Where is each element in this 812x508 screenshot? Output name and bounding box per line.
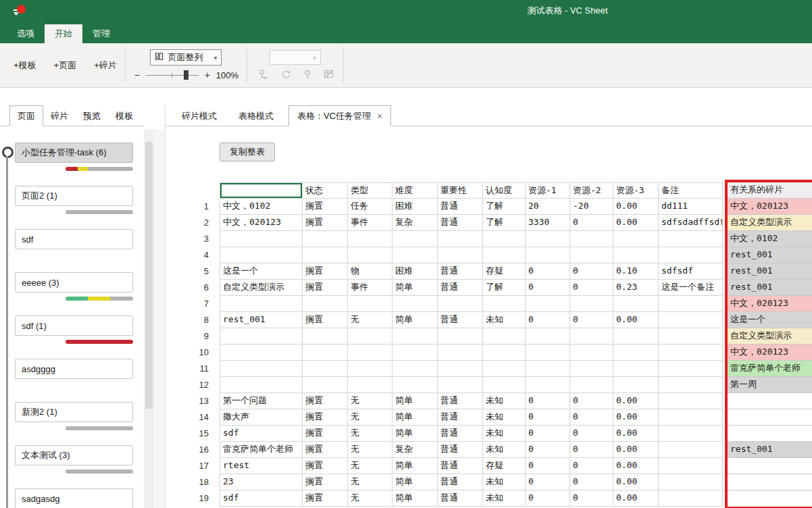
table-cell[interactable] (438, 345, 483, 361)
table-cell[interactable]: 搁置 (303, 280, 348, 296)
table-cell[interactable] (392, 345, 438, 361)
table-cell[interactable]: 这是一个备注 (659, 280, 723, 296)
table-cell[interactable]: 0 (570, 409, 613, 426)
ribbon-tab-manage[interactable]: 管理 (82, 24, 120, 43)
column-header[interactable]: 资源-3 (613, 182, 659, 199)
secondary-dropdown[interactable]: ▾ (270, 50, 321, 65)
table-cell[interactable] (659, 296, 723, 312)
sidebar-item[interactable]: asdgggg (15, 359, 133, 379)
related-cell[interactable]: rest_001 (728, 442, 812, 458)
tab-vc-task-table[interactable]: 表格：VC任务管理 × (288, 105, 391, 126)
column-header[interactable]: 资源-2 (570, 182, 613, 199)
table-cell[interactable]: 23 (220, 474, 303, 490)
row-number[interactable]: 6 (189, 280, 220, 296)
table-cell[interactable] (659, 247, 723, 263)
table-cell[interactable]: 0 (526, 458, 570, 474)
zoom-out-button[interactable]: − (134, 70, 141, 80)
table-cell[interactable]: 0 (526, 263, 570, 280)
table-cell[interactable] (438, 247, 483, 263)
table-cell[interactable]: rtest (220, 458, 303, 474)
table-cell[interactable]: 简单 (392, 280, 438, 296)
table-cell[interactable]: 未知 (483, 393, 526, 409)
table-cell[interactable] (570, 231, 613, 247)
table-cell[interactable] (526, 328, 570, 345)
table-cell[interactable] (659, 345, 723, 361)
table-cell[interactable] (303, 328, 348, 345)
table-cell[interactable]: 0.00 (613, 199, 659, 215)
table-cell[interactable]: 0.00 (613, 312, 659, 328)
row-number[interactable]: 5 (189, 263, 220, 280)
table-cell[interactable] (348, 361, 392, 377)
table-cell[interactable]: sdf (220, 490, 303, 507)
table-cell[interactable] (570, 247, 613, 263)
add-page-button[interactable]: +页面 (54, 59, 77, 72)
link-flow-icon[interactable] (258, 68, 270, 80)
table-cell[interactable] (303, 296, 348, 312)
table-cell[interactable] (659, 231, 723, 247)
table-cell[interactable] (392, 231, 438, 247)
table-cell[interactable]: 搁置 (303, 199, 348, 215)
layout-dropdown[interactable]: 页面整列 ▾ (150, 49, 222, 66)
table-cell[interactable] (220, 377, 303, 393)
table-cell[interactable] (570, 296, 613, 312)
sidebar-item[interactable]: sdf (1) (15, 315, 133, 336)
table-cell[interactable]: 搁置 (303, 263, 348, 280)
column-header[interactable]: 状态 (303, 182, 348, 199)
table-cell[interactable] (613, 247, 659, 263)
row-number[interactable]: 2 (189, 215, 220, 231)
table-cell[interactable]: 自定义类型演示 (220, 280, 303, 296)
table-cell[interactable]: 搁置 (303, 215, 348, 231)
sidebar-item[interactable]: 页面2 (1) (15, 186, 133, 206)
sidebar-item[interactable]: sdf (15, 229, 133, 249)
table-cell[interactable]: 普通 (438, 263, 483, 280)
table-cell[interactable]: 普通 (438, 458, 483, 474)
sidebar-scrollbar-thumb[interactable] (145, 142, 153, 409)
table-cell[interactable]: 0 (570, 426, 613, 442)
table-cell[interactable] (659, 393, 723, 409)
table-cell[interactable]: sdf (220, 426, 303, 442)
sidebar-tab-pages[interactable]: 页面 (9, 105, 43, 126)
table-cell[interactable]: 撒大声 (220, 409, 303, 426)
table-cell[interactable]: 简单 (392, 474, 438, 490)
table-cell[interactable]: 困难 (392, 199, 438, 215)
tab-fragment-mode[interactable]: 碎片模式 (171, 106, 228, 126)
related-cell[interactable]: rest_001 (728, 263, 812, 280)
zoom-slider-thumb[interactable] (184, 70, 188, 80)
related-cell[interactable]: 第一周 (728, 377, 812, 393)
table-cell[interactable]: 中文，0102 (220, 199, 303, 215)
table-cell[interactable] (303, 377, 348, 393)
row-number[interactable]: 12 (189, 377, 220, 393)
table-cell[interactable] (220, 328, 303, 345)
table-cell[interactable]: -20 (570, 199, 613, 215)
table-cell[interactable]: 搁置 (303, 393, 348, 409)
table-cell[interactable]: 物 (348, 263, 392, 280)
table-cell[interactable] (659, 312, 723, 328)
table-cell[interactable] (613, 345, 659, 361)
table-cell[interactable] (659, 361, 723, 377)
table-cell[interactable]: dd111 (659, 199, 723, 215)
add-template-button[interactable]: +模板 (14, 59, 36, 72)
table-cell[interactable] (348, 231, 392, 247)
table-cell[interactable]: 普通 (438, 393, 483, 409)
table-cell[interactable]: 0 (526, 409, 570, 426)
table-cell[interactable]: 0 (570, 312, 613, 328)
table-cell[interactable]: 0 (570, 442, 613, 458)
table-cell[interactable]: 搁置 (303, 490, 348, 507)
zoom-in-button[interactable]: + (204, 70, 211, 80)
table-cell[interactable]: 0.00 (613, 458, 659, 474)
related-cell[interactable]: 雷克萨简单个老师 (728, 361, 812, 377)
table-cell[interactable]: 0.00 (613, 474, 659, 490)
table-cell[interactable]: 未知 (483, 409, 526, 426)
table-cell[interactable]: 简单 (392, 393, 438, 409)
table-cell[interactable] (659, 442, 723, 458)
table-cell[interactable]: 0 (526, 312, 570, 328)
table-cell[interactable]: 简单 (392, 426, 438, 442)
table-cell[interactable] (438, 296, 483, 312)
table-cell[interactable] (659, 474, 723, 490)
related-cell[interactable] (728, 393, 812, 409)
table-cell[interactable]: rest_001 (220, 312, 303, 328)
table-cell[interactable]: 0.00 (613, 393, 659, 409)
table-cell[interactable]: 0 (570, 458, 613, 474)
row-number[interactable]: 15 (189, 426, 220, 442)
row-number[interactable]: 18 (189, 474, 220, 490)
